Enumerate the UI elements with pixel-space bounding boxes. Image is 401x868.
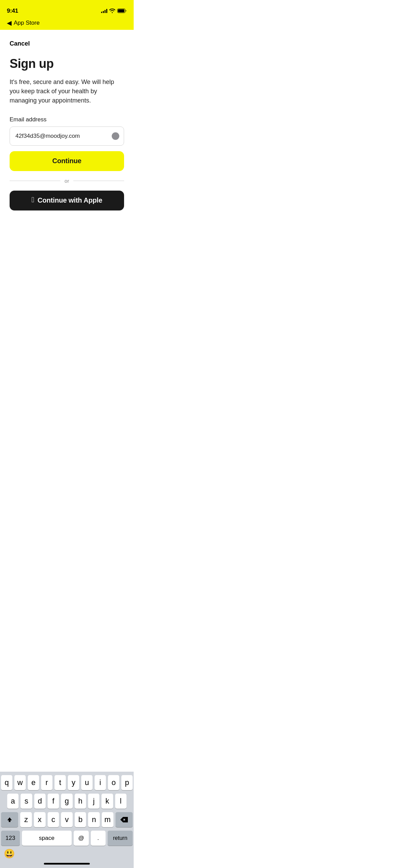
divider-text: or — [64, 178, 69, 184]
wifi-icon — [109, 9, 115, 13]
status-bar: 9:41 — [0, 0, 134, 17]
battery-icon — [117, 9, 127, 13]
svg-rect-1 — [118, 9, 124, 12]
chevron-left-icon: ◀ — [7, 20, 12, 26]
continue-button[interactable]: Continue — [10, 151, 124, 171]
signal-icon — [101, 9, 107, 13]
continue-with-apple-button[interactable]:  Continue with Apple — [10, 191, 124, 210]
back-label: App Store — [14, 20, 40, 26]
email-label: Email address — [10, 116, 124, 123]
email-input-wrapper — [10, 126, 124, 146]
apple-logo-icon:  — [32, 196, 34, 204]
divider-line-right — [73, 181, 124, 181]
main-content: Cancel Sign up It's free, secure and eas… — [0, 30, 134, 217]
back-button[interactable]: ◀ App Store — [7, 20, 40, 26]
status-time: 9:41 — [7, 8, 18, 14]
divider: or — [10, 178, 124, 184]
nav-bar: ◀ App Store — [0, 17, 134, 30]
email-input[interactable] — [10, 126, 124, 146]
apple-btn-label: Continue with Apple — [38, 196, 102, 204]
cancel-button[interactable]: Cancel — [10, 40, 30, 47]
page-title: Sign up — [10, 57, 124, 71]
subtitle-text: It's free, secure and easy. We will help… — [10, 77, 124, 105]
clear-input-button[interactable] — [112, 132, 119, 140]
divider-line-left — [10, 181, 60, 181]
status-icons — [101, 9, 127, 13]
